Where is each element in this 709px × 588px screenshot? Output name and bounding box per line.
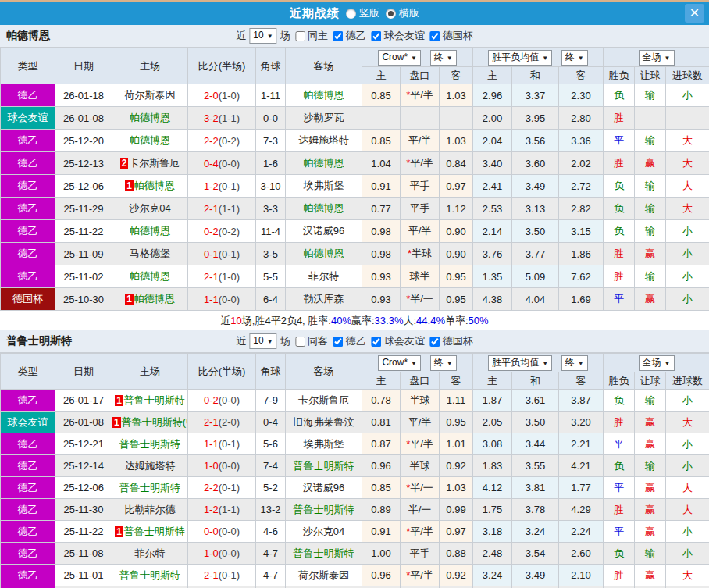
handicap-cell: 球半 — [401, 265, 440, 288]
home-team-cell: 马格德堡 — [112, 243, 188, 265]
home-odds-cell: 0.81 — [362, 412, 401, 433]
avg-home-cell: 3.40 — [473, 152, 512, 175]
vertical-layout-radio[interactable] — [346, 9, 356, 19]
home-team-cell: 1普鲁士明斯特(中) — [112, 412, 188, 433]
away-team-name: 旧海弗莱鲁汶 — [294, 416, 354, 428]
avg-draw-cell: 3.78 — [512, 499, 559, 521]
date-cell: 25-12-14 — [55, 455, 112, 477]
away-team-name: 埃弗斯堡 — [304, 180, 344, 191]
match-type-cell: 德乙 — [1, 265, 55, 288]
fulltime-header: 全场▼ — [604, 48, 709, 67]
score-cell: 2-2(0-1) — [188, 477, 256, 499]
fulltime-score: 2-0 — [204, 90, 219, 102]
halftime-score: (1-1) — [219, 112, 240, 124]
league-friendly-checkbox[interactable] — [372, 31, 382, 41]
score-cell: 2-1(1-1) — [188, 198, 256, 220]
home-team-name: 帕德博恩 — [134, 180, 175, 191]
avg-select[interactable]: 胜平负均值▼ — [488, 355, 552, 371]
same-away-checkbox[interactable] — [296, 337, 306, 347]
fulltime-select[interactable]: 全场▼ — [639, 355, 675, 371]
match-type-cell: 德乙 — [1, 499, 55, 521]
provider-select[interactable]: Crow*▼ — [378, 355, 421, 371]
goals-result-cell: 大 — [666, 499, 709, 521]
fulltime-score: 0-2 — [204, 394, 219, 406]
avg-away-cell: 2.80 — [559, 107, 604, 130]
games-count-select[interactable]: 10▼ — [249, 333, 276, 349]
same-home-label: 同主 — [308, 29, 328, 43]
away-team-name: 荷尔斯泰因 — [298, 569, 349, 581]
home-odds-cell: 0.93 — [362, 265, 401, 288]
corners-cell: 3-5 — [256, 243, 286, 265]
handicap-cell: *平/半 — [401, 433, 440, 455]
vertical-layout-label[interactable]: 竖版 — [359, 6, 379, 20]
goals-result-cell: 小 — [666, 521, 709, 543]
halftime-score: (0-1) — [219, 180, 240, 192]
avg-away-cell: 2.60 — [559, 543, 604, 565]
home-team-cell: 1普鲁士明斯特 — [112, 390, 188, 412]
avg-home-cell: 1.35 — [473, 265, 512, 288]
games-label: 场 — [280, 334, 290, 348]
handicap-cell: 平/半 — [401, 412, 440, 433]
fulltime-select[interactable]: 全场▼ — [639, 50, 675, 66]
handicap-result-cell: 输 — [635, 84, 666, 107]
away-team-cell: 达姆施塔特 — [286, 130, 362, 152]
match-row: 德乙25-12-061帕德博恩1-2(0-1)3-10埃弗斯堡0.91平手0.9… — [1, 175, 709, 198]
corners-cell: 7-9 — [256, 390, 286, 412]
away-team-name: 卡尔斯鲁厄 — [298, 394, 349, 406]
match-row: 德乙25-11-08菲尔特1-0(0-0)4-7普鲁士明斯特1.00平手0.88… — [1, 543, 709, 565]
home-odds-cell: 0.96 — [362, 455, 401, 477]
fulltime-score: 0-2 — [204, 226, 219, 237]
home-odds-cell: 0.78 — [362, 390, 401, 412]
avg-select[interactable]: 胜平负均值▼ — [488, 50, 552, 66]
fulltime-score: 1-2 — [204, 180, 219, 192]
away-team-name: 普鲁士明斯特 — [294, 460, 354, 472]
games-count-select[interactable]: 10▼ — [249, 28, 276, 44]
league-friendly-checkbox[interactable] — [372, 337, 382, 347]
result-cell: 负 — [604, 543, 635, 565]
match-type-cell: 德乙 — [1, 152, 55, 175]
corners-cell: 6-4 — [256, 288, 286, 311]
match-row: 德国杯25-10-301帕德博恩1-1(0-0)6-4勒沃库森0.93*半/一0… — [1, 288, 709, 311]
league-cup-checkbox[interactable] — [430, 31, 440, 41]
same-home-checkbox[interactable] — [296, 31, 306, 41]
results-table-1: 类型 日期 主场 比分(半场) 角球 客场 Crow*▼ 终▼ 胜平负均值▼ 终… — [0, 48, 709, 311]
final-avg-select[interactable]: 终▼ — [561, 355, 588, 371]
league-cup-checkbox[interactable] — [430, 337, 440, 347]
fulltime-score: 2-1 — [204, 569, 219, 581]
handicap-result-cell: 输 — [635, 543, 666, 565]
final-odds-select[interactable]: 终▼ — [430, 50, 457, 66]
near-label: 近 — [236, 334, 246, 348]
corners-cell: 7-4 — [256, 455, 286, 477]
goals-result-cell: 大 — [666, 565, 709, 586]
fulltime-score: 1-0 — [204, 547, 219, 559]
league-l2-checkbox[interactable] — [333, 337, 344, 347]
final-odds-select[interactable]: 终▼ — [430, 355, 457, 371]
date-cell: 25-12-06 — [55, 175, 112, 198]
avg-away-cell: 2.82 — [559, 198, 604, 220]
filter-bar-1: 近 10▼ 场 同主 德乙 球会友谊 德国杯 — [236, 28, 472, 44]
away-team-cell: 帕德博恩 — [286, 198, 362, 220]
handicap-result-cell: 赢 — [635, 433, 666, 455]
horizontal-layout-label[interactable]: 横版 — [399, 6, 419, 20]
away-team-cell: 埃弗斯堡 — [286, 175, 362, 198]
sub-handicap: 盘口 — [401, 67, 440, 84]
league-cup-label: 德国杯 — [443, 29, 473, 43]
home-team-name: 普鲁士明斯特 — [119, 438, 180, 450]
result-cell: 平 — [604, 477, 635, 499]
away-odds-cell: 0.88 — [440, 543, 473, 565]
avg-home-cell: 3.08 — [473, 433, 512, 455]
horizontal-layout-radio[interactable] — [386, 9, 396, 19]
provider-select[interactable]: Crow*▼ — [378, 50, 421, 66]
away-team-cell: 勒沃库森 — [286, 288, 362, 311]
league-l2-checkbox[interactable] — [333, 31, 344, 41]
handicap-result-cell: 输 — [635, 198, 666, 220]
handicap-star: * — [406, 569, 410, 581]
home-team-name: 达姆施塔特 — [125, 460, 176, 472]
final-avg-select[interactable]: 终▼ — [561, 50, 588, 66]
handicap-star: * — [406, 438, 410, 450]
handicap-star: * — [406, 157, 410, 169]
result-cell: 胜 — [604, 499, 635, 521]
close-icon[interactable]: ✕ — [685, 4, 704, 23]
avg-home-cell: 3.76 — [473, 243, 512, 265]
home-team-name: 卡尔斯鲁厄 — [129, 157, 180, 169]
